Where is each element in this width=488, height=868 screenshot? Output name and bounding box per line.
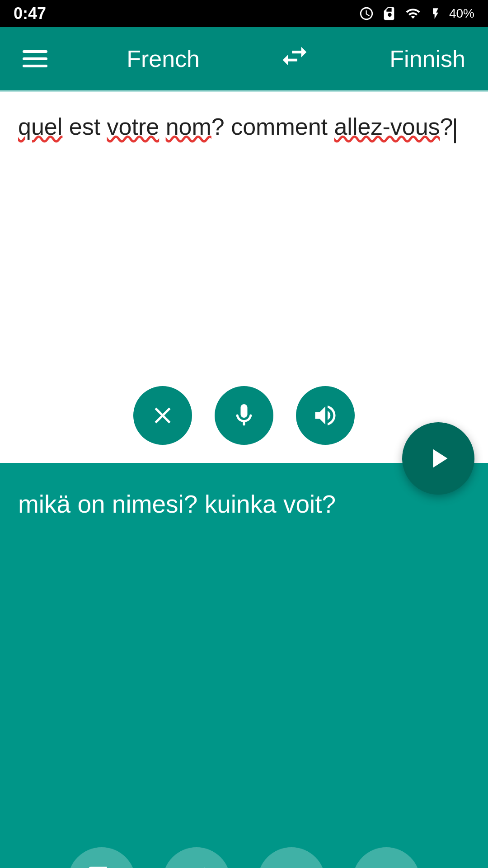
- word-nom: nom: [166, 113, 211, 140]
- signal-icon: [404, 6, 422, 21]
- translation-actions: [68, 847, 420, 868]
- target-language-button[interactable]: Finnish: [389, 45, 465, 72]
- menu-button[interactable]: [23, 50, 47, 67]
- heart-icon: [276, 865, 307, 868]
- volume-translation-icon: [371, 865, 402, 868]
- share-icon: [181, 865, 212, 868]
- source-language-button[interactable]: French: [127, 45, 200, 72]
- swap-icon: [279, 40, 310, 72]
- word-votre: votre: [107, 113, 160, 140]
- speak-source-button[interactable]: [296, 386, 355, 445]
- microphone-icon: [230, 402, 258, 429]
- send-translate-button[interactable]: [402, 422, 474, 495]
- send-icon: [422, 443, 454, 474]
- volume-icon: [312, 402, 339, 429]
- word-allez-vous: allez-vous: [334, 113, 440, 140]
- word-quel: quel: [18, 113, 62, 140]
- translation-text: mikä on nimesi? kuinka voit?: [18, 486, 470, 523]
- translation-panel: mikä on nimesi? kuinka voit?: [0, 463, 488, 868]
- speak-translation-button[interactable]: [352, 847, 420, 868]
- alarm-icon: [359, 6, 374, 21]
- favorite-button[interactable]: [258, 847, 325, 868]
- share-button[interactable]: [163, 847, 230, 868]
- battery-level: 40%: [449, 6, 474, 21]
- sim-icon: [381, 6, 397, 21]
- copy-button[interactable]: [68, 847, 136, 868]
- status-time: 0:47: [14, 4, 46, 23]
- panels-container: quel est votre nom? comment allez-vous? …: [0, 92, 488, 868]
- input-panel: quel est votre nom? comment allez-vous?: [0, 92, 488, 463]
- copy-icon: [86, 865, 117, 868]
- status-bar: 0:47 40%: [0, 0, 488, 27]
- input-actions: [133, 386, 355, 445]
- microphone-button[interactable]: [215, 386, 273, 445]
- input-text[interactable]: quel est votre nom? comment allez-vous?: [18, 110, 470, 143]
- status-icons: 40%: [359, 6, 474, 21]
- clear-button[interactable]: [133, 386, 192, 445]
- close-icon: [149, 402, 176, 429]
- toolbar: French Finnish: [0, 27, 488, 90]
- swap-languages-button[interactable]: [279, 40, 310, 78]
- charge-icon: [429, 6, 442, 21]
